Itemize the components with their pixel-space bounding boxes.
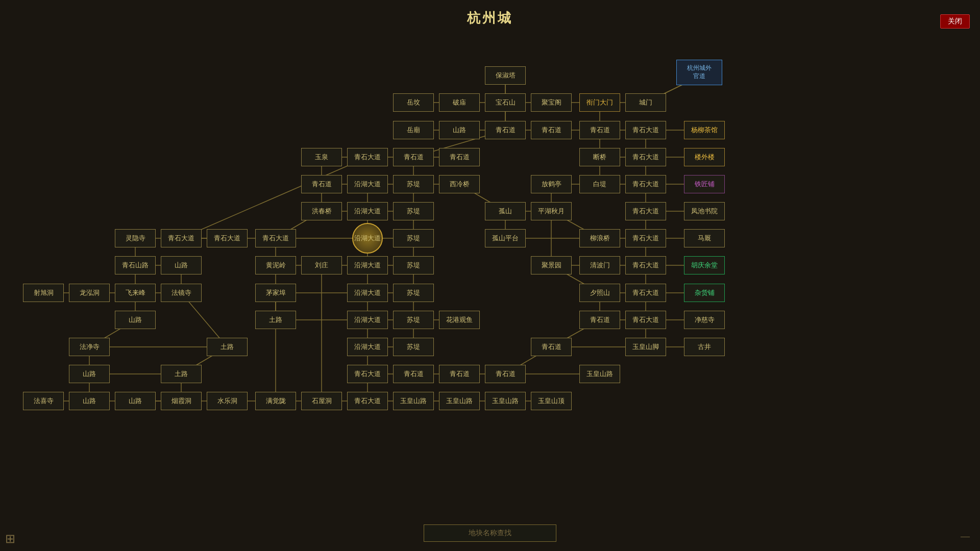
node-sudi4[interactable]: 苏堤 (393, 256, 434, 274)
node-sudi5[interactable]: 苏堤 (393, 284, 434, 302)
node-qingshidadao1[interactable]: 青石大道 (625, 121, 666, 139)
node-tulu3[interactable]: 土路 (161, 365, 202, 383)
node-yuhuangshanlu[interactable]: 玉皇山脚 (625, 338, 666, 356)
node-yuhuangshandingm[interactable]: 玉皇山顶 (531, 392, 572, 410)
node-fanghetin[interactable]: 放鹤亭 (531, 175, 572, 193)
node-qingshidao9[interactable]: 青石道 (393, 365, 434, 383)
node-qingshidao10[interactable]: 青石道 (439, 365, 480, 383)
node-qingshishanlu[interactable]: 青石山路 (115, 256, 156, 274)
node-mage[interactable]: 马厩 (684, 229, 725, 247)
node-qingshidadao3[interactable]: 青石大道 (625, 148, 666, 166)
node-guojing[interactable]: 古井 (684, 338, 725, 356)
node-qingshidadao11[interactable]: 青石大道 (625, 284, 666, 302)
node-huangnigang[interactable]: 黄泥岭 (255, 256, 296, 274)
node-sudi7[interactable]: 苏堤 (393, 338, 434, 356)
node-qingshidadao10[interactable]: 青石大道 (625, 256, 666, 274)
node-pinghuqiuyue[interactable]: 平湖秋月 (531, 202, 572, 220)
node-shanlu1[interactable]: 山路 (439, 121, 480, 139)
node-fahasi[interactable]: 法喜寺 (23, 392, 64, 410)
node-qingshidao4[interactable]: 青石道 (393, 148, 434, 166)
node-henmen[interactable]: 衔门大门 (579, 93, 620, 112)
node-yuquan[interactable]: 玉泉 (301, 148, 342, 166)
node-sudi1[interactable]: 苏堤 (393, 175, 434, 193)
close-button[interactable]: 关闭 (940, 14, 970, 29)
node-yanxiadong[interactable]: 烟霞洞 (161, 392, 202, 410)
node-yanhu6[interactable]: 沿湖大道 (347, 311, 388, 329)
node-xizhaoshan[interactable]: 夕照山 (579, 284, 620, 302)
node-qingshidadao7[interactable]: 青石大道 (207, 229, 248, 247)
node-fajingsi2[interactable]: 法净寺 (69, 338, 110, 356)
node-hangzhou-outside[interactable]: 杭州城外官道 (676, 60, 722, 85)
node-tulu2[interactable]: 土路 (207, 338, 248, 356)
node-qingshidao6[interactable]: 青石道 (301, 175, 342, 193)
node-yanliucha[interactable]: 杨柳茶馆 (684, 121, 725, 139)
node-shiwudong[interactable]: 石屋洞 (301, 392, 342, 410)
node-yuhuangshanlu3[interactable]: 玉皇山路 (393, 392, 434, 410)
node-manjuedong[interactable]: 满觉陇 (255, 392, 296, 410)
node-tulu1[interactable]: 土路 (255, 311, 296, 329)
node-shanlu2[interactable]: 山路 (161, 256, 202, 274)
node-qingshidadao6[interactable]: 青石大道 (161, 229, 202, 247)
node-longpandong[interactable]: 龙泓洞 (69, 284, 110, 302)
node-lingyinsi[interactable]: 灵隐寺 (115, 229, 156, 247)
node-maojiabu[interactable]: 茅家埠 (255, 284, 296, 302)
node-qingshidadao4[interactable]: 青石大道 (625, 175, 666, 193)
node-sudi6[interactable]: 苏堤 (393, 311, 434, 329)
node-yanhu3_active[interactable]: 沿湖大道 (352, 223, 383, 254)
node-shexudong[interactable]: 射旭洞 (23, 284, 64, 302)
node-yanhu2[interactable]: 沿湖大道 (347, 202, 388, 220)
node-xilengqiao[interactable]: 西冷桥 (439, 175, 480, 193)
search-input[interactable] (424, 524, 556, 542)
node-yanhu7[interactable]: 沿湖大道 (347, 338, 388, 356)
node-qingshidao11[interactable]: 青石道 (485, 365, 526, 383)
node-baidi[interactable]: 白堤 (579, 175, 620, 193)
node-yanhu5[interactable]: 沿湖大道 (347, 284, 388, 302)
node-jubaoge[interactable]: 聚宝阁 (531, 93, 572, 112)
node-lowailiou[interactable]: 楼外楼 (684, 148, 725, 166)
node-yuefen[interactable]: 岳坟 (393, 93, 434, 112)
node-yuhuangshanlu5[interactable]: 玉皇山路 (485, 392, 526, 410)
node-duanqiao[interactable]: 断桥 (579, 148, 620, 166)
node-shanlu3[interactable]: 山路 (115, 311, 156, 329)
node-liuzhuang[interactable]: 刘庄 (301, 256, 342, 274)
node-fengchishuyuan[interactable]: 凤池书院 (684, 202, 725, 220)
node-qingshidao1[interactable]: 青石道 (485, 121, 526, 139)
node-qingshidadao9[interactable]: 青石大道 (625, 229, 666, 247)
node-baoshishan[interactable]: 宝石山 (485, 93, 526, 112)
node-yuhuangshanlu2[interactable]: 玉皇山路 (579, 365, 620, 383)
node-qingshidadao2[interactable]: 青石大道 (347, 148, 388, 166)
node-qingbomen[interactable]: 清波门 (579, 256, 620, 274)
node-qingshidao8[interactable]: 青石道 (531, 338, 572, 356)
node-qingshidadao14[interactable]: 青石大道 (347, 392, 388, 410)
node-zahuopu[interactable]: 杂货铺 (684, 284, 725, 302)
node-qingshidadao8[interactable]: 青石大道 (255, 229, 296, 247)
node-qingshidao3[interactable]: 青石道 (579, 121, 620, 139)
node-yuemiao[interactable]: 岳廟 (393, 121, 434, 139)
node-sudi2[interactable]: 苏堤 (393, 202, 434, 220)
node-yuhuangshanlu4[interactable]: 玉皇山路 (439, 392, 480, 410)
node-qingshidao2[interactable]: 青石道 (531, 121, 572, 139)
node-gushan[interactable]: 孤山 (485, 202, 526, 220)
node-shanlu4[interactable]: 山路 (69, 365, 110, 383)
node-jujingyuan[interactable]: 聚景园 (531, 256, 572, 274)
node-yanhu1[interactable]: 沿湖大道 (347, 175, 388, 193)
node-baosuta[interactable]: 保淑塔 (485, 66, 526, 85)
node-shanlu5[interactable]: 山路 (69, 392, 110, 410)
node-qingshidao7[interactable]: 青石道 (579, 311, 620, 329)
node-qingshidadao12[interactable]: 青石大道 (625, 311, 666, 329)
node-liulanqiao[interactable]: 柳浪桥 (579, 229, 620, 247)
node-qingshidadao13[interactable]: 青石大道 (347, 365, 388, 383)
node-sudi3[interactable]: 苏堤 (393, 229, 434, 247)
node-tiezhupu[interactable]: 铁匠铺 (684, 175, 725, 193)
node-chengmen[interactable]: 城门 (625, 93, 666, 112)
node-jingcisi[interactable]: 净慈寺 (684, 311, 725, 329)
node-feilaifeng[interactable]: 飞来峰 (115, 284, 156, 302)
node-qingshidadao5[interactable]: 青石大道 (625, 202, 666, 220)
node-shuiledong[interactable]: 水乐洞 (207, 392, 248, 410)
node-huagangguanyu[interactable]: 花港观鱼 (439, 311, 480, 329)
node-gushanplatform[interactable]: 孤山平台 (485, 229, 526, 247)
node-qingshidao5[interactable]: 青石道 (439, 148, 480, 166)
node-yanhu4[interactable]: 沿湖大道 (347, 256, 388, 274)
node-hongchunqiao[interactable]: 洪春桥 (301, 202, 342, 220)
node-huqingyutang[interactable]: 胡庆余堂 (684, 256, 725, 274)
